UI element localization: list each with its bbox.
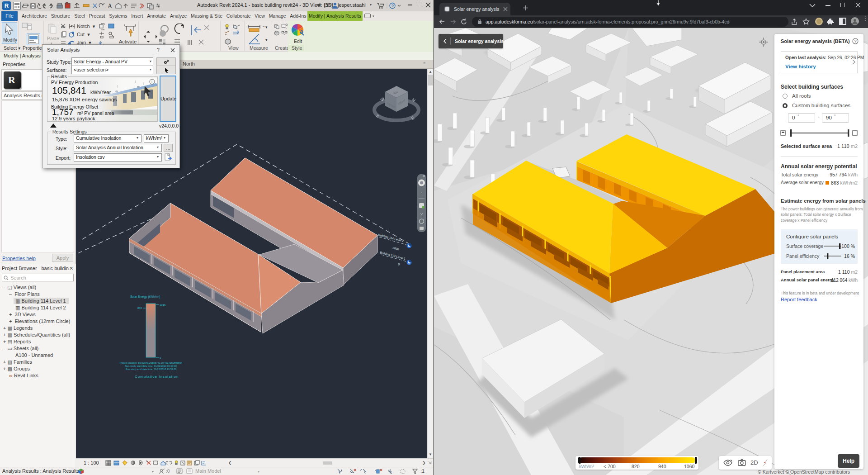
svg-text:▾: ▾ <box>265 25 268 29</box>
svg-text:Cumulative Insolation: Cumulative Insolation <box>135 375 179 379</box>
svg-text:i: i <box>151 80 153 84</box>
svg-text:A: A <box>108 3 113 10</box>
svg-text:Sun study end date time: 31/12: Sun study end date time: 31/12/2010 23:5… <box>126 368 177 370</box>
svg-text:TOP: TOP <box>392 91 398 94</box>
svg-text:800: 800 <box>137 307 142 309</box>
svg-text:Sun study start date time: 01/: Sun study start date time: 01/01/2010 00… <box>125 365 177 367</box>
svg-text:▾: ▾ <box>265 38 268 42</box>
svg-text:Project location: 59.92543.263: Project location: 59.92543.26303742.10.4… <box>120 361 183 364</box>
svg-text:Solar Energy (kWh/m²): Solar Energy (kWh/m²) <box>130 295 160 299</box>
svg-text:?: ? <box>854 39 857 43</box>
svg-text:?: ? <box>392 4 394 8</box>
svg-text:1016: 1016 <box>160 304 166 306</box>
